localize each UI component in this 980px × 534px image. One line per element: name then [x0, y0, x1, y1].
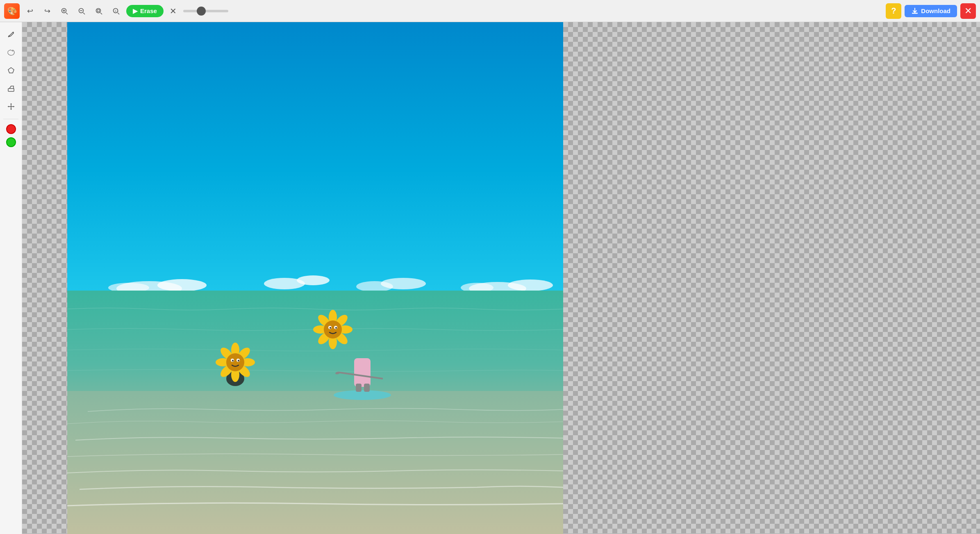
help-icon: ? — [891, 6, 896, 16]
svg-line-5 — [83, 13, 85, 14]
svg-point-27 — [508, 279, 553, 291]
download-button[interactable]: Download — [905, 5, 957, 17]
move-tool-button[interactable] — [4, 99, 18, 114]
zoom-fit-button[interactable] — [92, 4, 106, 18]
close-icon: ✕ — [964, 6, 972, 16]
svg-rect-30 — [67, 391, 563, 534]
green-color-swatch[interactable] — [6, 137, 16, 147]
svg-rect-18 — [67, 22, 563, 317]
svg-point-32 — [334, 390, 391, 400]
svg-point-59 — [324, 320, 342, 339]
erase-label: Erase — [140, 7, 157, 14]
svg-point-62 — [330, 327, 331, 329]
svg-point-23 — [297, 275, 330, 285]
download-icon — [911, 7, 919, 15]
svg-rect-37 — [364, 384, 370, 392]
cancel-button[interactable]: ✕ — [167, 5, 180, 18]
svg-rect-9 — [98, 9, 100, 11]
sidebar-divider — [3, 119, 18, 119]
svg-rect-33 — [354, 358, 371, 387]
svg-point-63 — [335, 327, 337, 329]
svg-line-11 — [118, 13, 119, 14]
app-logo: 🎨 — [4, 3, 20, 19]
brush-size-slider-container — [183, 10, 228, 12]
lasso-tool-button[interactable] — [4, 45, 18, 60]
canvas-area[interactable] — [22, 22, 980, 534]
help-button[interactable]: ? — [886, 3, 901, 19]
brush-size-track[interactable] — [183, 10, 228, 12]
svg-point-49 — [232, 360, 234, 361]
svg-line-8 — [100, 13, 102, 14]
red-color-swatch[interactable] — [6, 124, 16, 134]
photo-container — [67, 22, 563, 534]
sidebar — [0, 22, 22, 534]
svg-point-50 — [238, 360, 239, 361]
zoom-actual-button[interactable]: 1:1 — [109, 4, 123, 18]
zoom-out-button[interactable] — [75, 4, 89, 18]
download-label: Download — [921, 7, 950, 14]
svg-text:1:1: 1:1 — [115, 9, 119, 12]
svg-rect-36 — [356, 384, 362, 392]
close-button[interactable]: ✕ — [960, 3, 976, 19]
svg-point-7 — [96, 8, 101, 13]
eraser-tool-button[interactable] — [4, 81, 18, 96]
app-logo-icon: 🎨 — [7, 6, 17, 16]
pen-tool-button[interactable] — [4, 27, 18, 42]
toolbar: 🎨 ↩ ↪ 1:1 ▶ Erase ✕ ? Download ✕ — [0, 0, 980, 22]
svg-rect-15 — [8, 89, 14, 91]
scene-svg — [67, 22, 563, 534]
svg-line-1 — [66, 13, 68, 14]
undo-button[interactable]: ↩ — [23, 4, 37, 18]
svg-rect-13 — [912, 13, 918, 14]
svg-point-25 — [381, 278, 426, 289]
svg-point-46 — [226, 353, 244, 371]
redo-button[interactable]: ↪ — [40, 4, 54, 18]
polygon-tool-button[interactable] — [4, 63, 18, 78]
erase-button[interactable]: ▶ Erase — [126, 5, 164, 17]
brush-size-thumb[interactable] — [197, 7, 206, 16]
svg-marker-14 — [8, 68, 14, 73]
zoom-in-button[interactable] — [57, 4, 71, 18]
erase-play-icon: ▶ — [133, 7, 138, 15]
svg-point-20 — [157, 279, 207, 291]
